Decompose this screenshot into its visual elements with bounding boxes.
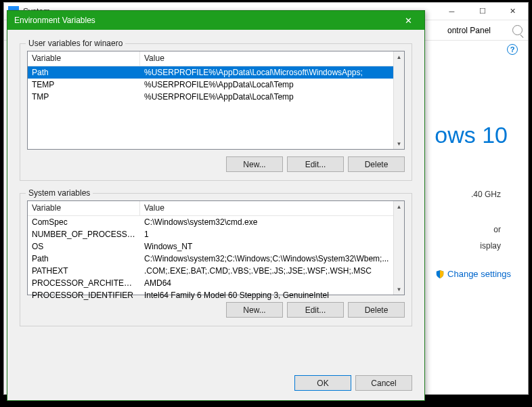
user-edit-button[interactable]: Edit...: [287, 156, 344, 172]
scroll-down-icon[interactable]: ▼: [394, 138, 404, 149]
close-icon[interactable]: ✕: [399, 11, 418, 30]
sys-new-button[interactable]: New...: [226, 302, 283, 318]
var-name-cell: TEMP: [28, 79, 140, 90]
search-icon[interactable]: [512, 25, 523, 35]
var-name-cell: TMP: [28, 91, 140, 102]
table-row[interactable]: OSWindows_NT: [28, 240, 404, 253]
var-value-cell: C:\Windows\system32\cmd.exe: [140, 217, 404, 228]
table-row[interactable]: ComSpecC:\Windows\system32\cmd.exe: [28, 216, 404, 228]
var-name-cell: Path: [28, 253, 140, 264]
maximize-button[interactable]: ☐: [467, 3, 497, 20]
var-value-cell: %USERPROFILE%\AppData\Local\Temp: [140, 91, 404, 102]
shield-icon: [435, 270, 445, 279]
sys-delete-button[interactable]: Delete: [348, 302, 405, 318]
var-value-cell: %USERPROFILE%\AppData\Local\Microsoft\Wi…: [140, 67, 404, 78]
change-settings-label: Change settings: [447, 269, 511, 279]
table-row[interactable]: PROCESSOR_ARCHITECTUREAMD64: [28, 277, 404, 289]
user-delete-button[interactable]: Delete: [348, 156, 405, 172]
table-row[interactable]: TMP%USERPROFILE%\AppData\Local\Temp: [28, 91, 404, 103]
change-settings-link[interactable]: Change settings: [435, 269, 511, 279]
var-value-cell: .COM;.EXE;.BAT;.CMD;.VBS;.VBE;.JS;.JSE;.…: [140, 265, 404, 276]
col-value[interactable]: Value: [140, 201, 404, 215]
user-vars-header: Variable Value: [28, 51, 404, 66]
system-vars-group: System variables Variable Value ComSpecC…: [20, 193, 412, 326]
var-name-cell: PATHEXT: [28, 265, 140, 276]
minimize-button[interactable]: ─: [437, 3, 467, 20]
var-value-cell: Windows_NT: [140, 241, 404, 252]
table-row[interactable]: Path%USERPROFILE%\AppData\Local\Microsof…: [28, 66, 404, 79]
user-scrollbar[interactable]: ▲ ▼: [393, 51, 404, 149]
system-vars-header: Variable Value: [28, 201, 404, 216]
col-value[interactable]: Value: [140, 51, 404, 66]
table-row[interactable]: TEMP%USERPROFILE%\AppData\Local\Temp: [28, 79, 404, 91]
var-name-cell: Path: [28, 67, 140, 78]
env-vars-dialog: Environment Variables ✕ User variables f…: [7, 10, 425, 401]
user-new-button[interactable]: New...: [226, 156, 283, 172]
table-row[interactable]: NUMBER_OF_PROCESSORS1: [28, 228, 404, 240]
scroll-down-icon[interactable]: ▼: [394, 284, 404, 295]
dialog-title: Environment Variables: [14, 16, 95, 25]
scroll-up-icon[interactable]: ▲: [394, 201, 404, 212]
user-vars-legend: User variables for winaero: [26, 39, 125, 48]
table-row[interactable]: PROCESSOR_IDENTIFIERIntel64 Family 6 Mod…: [28, 289, 404, 301]
user-vars-list[interactable]: Variable Value Path%USERPROFILE%\AppData…: [27, 51, 405, 150]
table-row[interactable]: PATHEXT.COM;.EXE;.BAT;.CMD;.VBS;.VBE;.JS…: [28, 265, 404, 277]
table-row[interactable]: PathC:\Windows\system32;C:\Windows;C:\Wi…: [28, 253, 404, 265]
system-vars-legend: System variables: [26, 188, 93, 198]
scroll-up-icon[interactable]: ▲: [394, 51, 404, 62]
var-value-cell: 1: [140, 229, 404, 240]
system-info-fragment: .40 GHz or isplay: [471, 186, 501, 254]
system-vars-list[interactable]: Variable Value ComSpecC:\Windows\system3…: [27, 200, 405, 295]
var-name-cell: PROCESSOR_IDENTIFIER: [28, 290, 140, 301]
var-value-cell: Intel64 Family 6 Model 60 Stepping 3, Ge…: [140, 290, 404, 301]
ok-button[interactable]: OK: [294, 375, 351, 391]
var-name-cell: ComSpec: [28, 217, 140, 228]
cancel-button[interactable]: Cancel: [355, 375, 412, 391]
var-value-cell: C:\Windows\system32;C:\Windows;C:\Window…: [140, 253, 404, 264]
close-button[interactable]: ✕: [497, 3, 528, 20]
var-value-cell: AMD64: [140, 278, 404, 288]
user-vars-group: User variables for winaero Variable Valu…: [20, 43, 412, 181]
windows-logo-text: ows 10: [435, 122, 508, 148]
help-icon[interactable]: ?: [507, 44, 518, 55]
sys-scrollbar[interactable]: ▲ ▼: [393, 201, 404, 295]
var-value-cell: %USERPROFILE%\AppData\Local\Temp: [140, 79, 404, 90]
sys-edit-button[interactable]: Edit...: [287, 302, 344, 318]
col-variable[interactable]: Variable: [28, 51, 140, 66]
var-name-cell: OS: [28, 241, 140, 252]
dialog-titlebar: Environment Variables ✕: [7, 11, 424, 30]
col-variable[interactable]: Variable: [28, 201, 140, 215]
var-name-cell: PROCESSOR_ARCHITECTURE: [28, 278, 140, 288]
toolbar-crumb: ontrol Panel: [447, 26, 491, 35]
var-name-cell: NUMBER_OF_PROCESSORS: [28, 229, 140, 240]
